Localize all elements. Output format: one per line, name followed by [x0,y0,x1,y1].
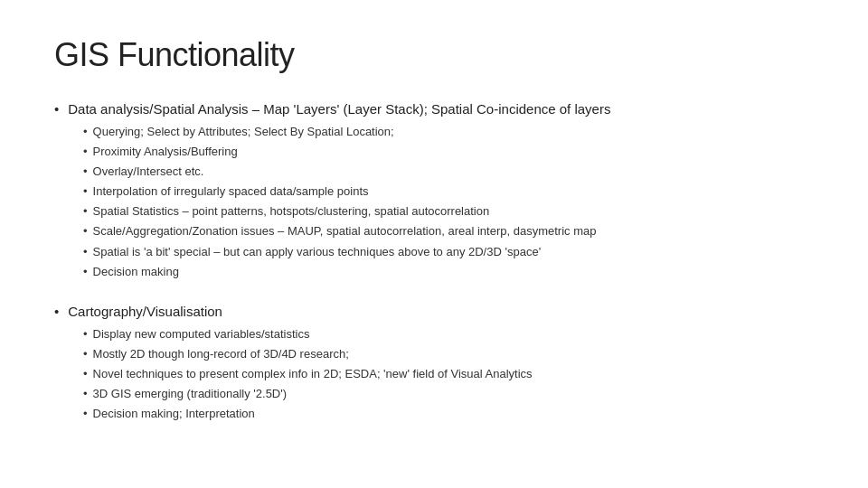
list-item: Display new computed variables/statistic… [83,324,814,344]
list-item: Interpolation of irregularly spaced data… [83,182,814,202]
list-item: Spatial Statistics – point patterns, hot… [83,202,814,221]
bullet-icon-0: • [54,101,59,117]
sub-list-data-analysis: Querying; Select by Attributes; Select B… [54,122,814,282]
list-item: Decision making [83,262,814,282]
list-item: Spatial is 'a bit' special – but can app… [83,242,814,262]
list-item: Overlay/Intersect etc. [83,162,814,182]
section-data-analysis: •Data analysis/Spatial Analysis – Map 'L… [54,101,814,282]
section-header-data-analysis: •Data analysis/Spatial Analysis – Map 'L… [54,101,814,117]
list-item: 3D GIS emerging (traditionally '2.5D') [83,384,814,404]
section-header-cartography: •Cartography/Visualisation [54,304,814,319]
section-title-data-analysis: Data analysis/Spatial Analysis – Map 'La… [68,101,610,117]
page-title: GIS Functionality [54,36,814,74]
section-title-cartography: Cartography/Visualisation [68,304,222,319]
list-item: Mostly 2D though long-record of 3D/4D re… [83,344,814,364]
list-item: Scale/Aggregation/Zonation issues – MAUP… [83,221,814,241]
sub-list-cartography: Display new computed variables/statistic… [54,324,814,424]
section-cartography: •Cartography/VisualisationDisplay new co… [54,304,814,424]
bullet-icon-1: • [54,304,59,319]
list-item: Decision making; Interpretation [83,404,814,424]
list-item: Proximity Analysis/Buffering [83,142,814,162]
list-item: Querying; Select by Attributes; Select B… [83,122,814,142]
list-item: Novel techniques to present complex info… [83,364,814,384]
